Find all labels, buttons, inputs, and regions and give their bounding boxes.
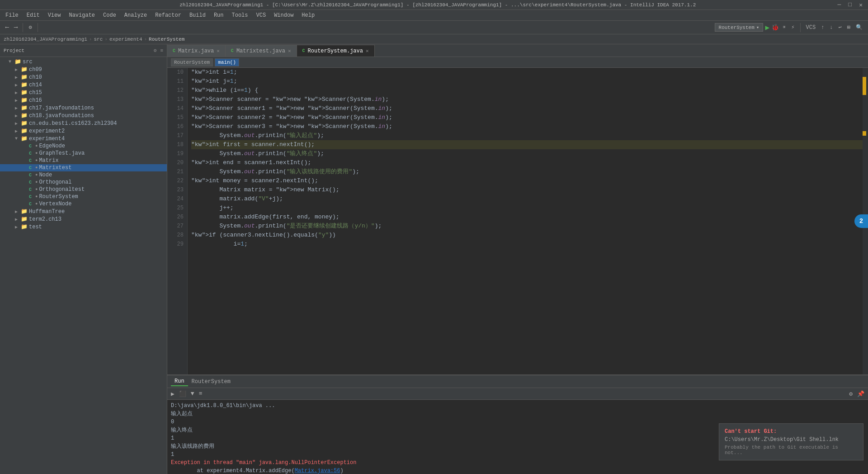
editor-tab-routersystemjava[interactable]: CRouterSystem.java✕ <box>297 45 375 57</box>
menu-refactor[interactable]: Refactor <box>151 11 185 19</box>
blue-circle-button[interactable]: 2 <box>854 214 868 228</box>
tree-arrow: ▶ <box>13 113 20 118</box>
redo-button[interactable]: ⊞ <box>845 23 852 32</box>
tree-item-cn.edu.besti.cs1623.zhl2304[interactable]: ▶📁cn.edu.besti.cs1623.zhl2304 <box>0 119 167 127</box>
toolbar-back-button[interactable]: ⟵ <box>4 23 10 32</box>
tree-item-label: ch15 <box>29 90 42 96</box>
java-icon-dot: ● <box>35 187 38 192</box>
tree-item-label: test <box>29 224 42 230</box>
sidebar-title: Project <box>4 48 24 53</box>
menu-build[interactable]: Build <box>186 11 209 19</box>
tab-close-button[interactable]: ✕ <box>366 48 369 54</box>
coverage-button[interactable]: ☀ <box>781 23 788 32</box>
editor-tab-matrixtestjava[interactable]: CMatrixtest.java✕ <box>226 45 297 57</box>
menu-run[interactable]: Run <box>210 11 227 19</box>
editor-tab-matrixjava[interactable]: CMatrix.java✕ <box>167 45 226 57</box>
run-pin-button[interactable]: 📌 <box>855 389 866 398</box>
debug-button[interactable]: 🐞 <box>771 24 779 31</box>
menu-view[interactable]: View <box>44 11 65 19</box>
menu-help[interactable]: Help <box>298 11 318 19</box>
menu-window[interactable]: Window <box>270 11 297 19</box>
tree-item-routersystem[interactable]: C●RouterSystem <box>0 193 167 200</box>
tree-item-matrixtest[interactable]: C●Matrixtest <box>0 164 167 171</box>
tree-item-label: RouterSystem <box>39 194 78 200</box>
breadcrumb-experiment4[interactable]: experiment4 <box>109 37 142 42</box>
run-button[interactable]: ▶ <box>765 23 769 32</box>
tree-item-ch17.javafoundations[interactable]: ▶📁ch17.javafoundations <box>0 104 167 112</box>
tree-item-orthogonaltest[interactable]: C●Orthogonaltest <box>0 186 167 193</box>
menu-code[interactable]: Code <box>99 11 120 19</box>
tree-item-edgenode[interactable]: C●EdgeNode <box>0 142 167 150</box>
tree-item-ch16[interactable]: ▶📁ch16 <box>0 96 167 104</box>
run-tab[interactable]: Run <box>171 377 188 386</box>
tab-close-button[interactable]: ✕ <box>217 48 220 54</box>
search-everywhere-button[interactable]: 🔍 <box>854 23 864 32</box>
minimize-button[interactable]: ─ <box>836 1 843 9</box>
run-settings-button[interactable]: ⚙ <box>847 389 854 398</box>
menu-analyze[interactable]: Analyze <box>121 11 151 19</box>
tree-item-orthogonal[interactable]: C●Orthogonal <box>0 179 167 186</box>
sidebar-header: Project ⚙ ≡ <box>0 44 167 57</box>
menu-file[interactable]: File <box>2 11 22 19</box>
tree-item-ch09[interactable]: ▶📁ch09 <box>0 66 167 73</box>
code-line-17: System.out.println("输入起点"); <box>191 131 863 140</box>
breadcrumb-project[interactable]: zhl20162304_JAVAProgramming1 <box>4 37 87 42</box>
run-config-dropdown[interactable]: RouterSystem ▾ <box>715 23 764 32</box>
sidebar-settings-icon[interactable]: ⚙ <box>154 47 157 53</box>
menu-tools[interactable]: Tools <box>228 11 252 19</box>
breadcrumb-sep-2: › <box>104 37 108 42</box>
run-stop-button[interactable]: ⬛ <box>177 389 188 398</box>
breadcrumb-routersystem[interactable]: RouterSystem <box>149 37 184 42</box>
toolbar-forward-button[interactable]: ⟶ <box>12 23 19 32</box>
tree-item-vertexnode[interactable]: C●VertexNode <box>0 200 167 208</box>
close-button[interactable]: ✕ <box>857 1 864 9</box>
run-tab-name: RouterSystem <box>192 379 231 385</box>
undo-button[interactable]: ↩ <box>837 23 844 32</box>
java-file-icon: C <box>26 151 34 156</box>
tree-item-experiment2[interactable]: ▶📁experiment2 <box>0 127 167 135</box>
profile-button[interactable]: ⚡ <box>789 23 796 32</box>
tree-item-label: cn.edu.besti.cs1623.zhl2304 <box>29 120 117 127</box>
line-numbers: 1011121314151617181920212223242526272829 <box>167 68 188 374</box>
git-popup-footer: Probably the path to Git executable is n… <box>725 445 858 455</box>
tree-item-test[interactable]: ▶📁test <box>0 223 167 231</box>
tree-item-label: HuffmanTree <box>29 209 65 215</box>
maximize-button[interactable]: □ <box>846 1 854 9</box>
tree-item-huffmantree[interactable]: ▶📁HuffmanTree <box>0 208 167 215</box>
editor-container: CMatrix.java✕CMatrixtest.java✕CRouterSys… <box>167 44 868 474</box>
context-tab-main()[interactable]: main() <box>215 58 239 66</box>
code-content[interactable]: "kw">int i=1; "kw">int j=1; "kw">while (… <box>188 68 863 374</box>
tree-item-experiment4[interactable]: ▼📁experiment4 <box>0 135 167 142</box>
tree-item-ch10[interactable]: ▶📁ch10 <box>0 73 167 81</box>
run-scroll-button[interactable]: ▼ <box>189 389 196 398</box>
sidebar-collapse-icon[interactable]: ≡ <box>160 48 163 53</box>
menu-vcs[interactable]: VCS <box>253 11 270 19</box>
run-clear-button[interactable]: ≡ <box>197 389 204 398</box>
tree-arrow: ▶ <box>13 90 20 95</box>
tree-item-label: ch10 <box>29 74 42 81</box>
toolbar-settings-button[interactable]: ⚙ <box>27 23 33 32</box>
tree-item-src[interactable]: ▼📁src <box>0 58 167 66</box>
tree-item-ch18.javafoundations[interactable]: ▶📁ch18.javafoundations <box>0 112 167 119</box>
menu-navigate[interactable]: Navigate <box>65 11 99 19</box>
tree-item-matrix[interactable]: C●Matrix <box>0 157 167 164</box>
vcs-button[interactable]: VCS <box>804 24 818 32</box>
tab-close-button[interactable]: ✕ <box>288 48 291 54</box>
tree-item-term2.ch13[interactable]: ▶📁term2.ch13 <box>0 215 167 223</box>
menu-edit[interactable]: Edit <box>23 11 43 19</box>
run-restart-button[interactable]: ▶ <box>169 389 176 398</box>
tab-icon: C <box>173 48 175 53</box>
context-tab-routersystem[interactable]: RouterSystem <box>171 58 213 66</box>
run-config-label: RouterSystem <box>719 25 755 30</box>
tree-item-node[interactable]: C●Node <box>0 171 167 179</box>
titlebar-controls[interactable]: ─ □ ✕ <box>836 1 864 9</box>
breadcrumb-src[interactable]: src <box>94 37 103 42</box>
tree-item-graphtest.java[interactable]: C●GraphTest.java <box>0 150 167 157</box>
vcs-up-button[interactable]: ↑ <box>819 24 826 32</box>
vcs-down-button[interactable]: ↓ <box>828 24 835 32</box>
breadcrumb-sep-1: › <box>89 37 92 42</box>
output-link[interactable]: Matrix.java:56 <box>295 468 340 474</box>
tree-arrow: ▶ <box>13 67 20 72</box>
tree-item-ch14[interactable]: ▶📁ch14 <box>0 81 167 89</box>
tree-item-ch15[interactable]: ▶📁ch15 <box>0 89 167 96</box>
